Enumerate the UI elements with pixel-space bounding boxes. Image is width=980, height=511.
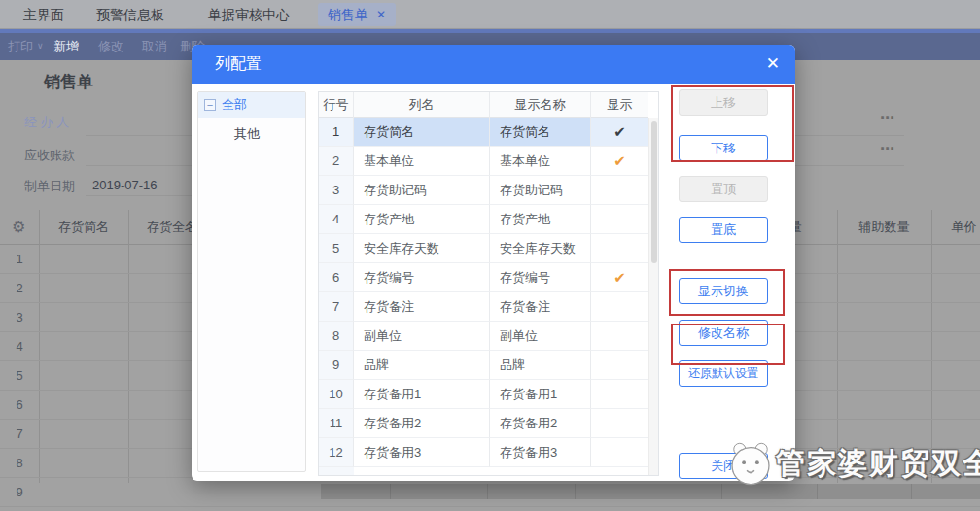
field-underline [795,165,904,166]
config-row[interactable]: 3 存货助记码 存货助记码 [319,176,648,205]
row-no: 5 [319,234,354,263]
display-name: 安全库存天数 [490,234,591,263]
category-tree: − 全部 其他 [197,91,306,472]
config-row[interactable]: 1 存货简名 存货简名 ✔ [319,118,648,147]
display-name: 存货备用1 [490,380,591,409]
row-number: 4 [0,332,39,361]
config-row[interactable]: 6 存货编号 存货编号 ✔ [319,263,648,292]
col-name: 副单位 [354,322,490,351]
col-header-aux-qty[interactable]: 辅助数量 [837,210,931,245]
field-label-handler: 经 办 人 [24,114,69,131]
tree-node-all-label: 全部 [222,92,247,118]
shown-check-icon[interactable]: ✔ [591,118,648,147]
col-header-unit-price[interactable]: 单价 [948,210,980,245]
toggle-display-button[interactable]: 显示切换 [679,278,768,304]
config-row[interactable]: 4 存货产地 存货产地 [319,205,648,234]
shown-check-cell[interactable] [591,409,648,438]
config-row[interactable]: 8 副单位 副单位 [319,322,648,351]
row-number: 9 [0,478,39,507]
cancel-button[interactable]: 取消 [142,33,167,60]
row-no: 8 [319,322,354,351]
display-name: 存货助记码 [490,176,591,205]
col-name: 基本单位 [354,147,490,176]
shown-check-cell[interactable] [591,292,648,322]
move-to-bottom-button[interactable]: 置底 [679,217,768,243]
config-row[interactable]: 5 安全库存天数 安全库存天数 [319,234,648,263]
display-name: 存货简名 [490,118,591,147]
config-row[interactable]: 11 存货备用2 存货备用2 [319,409,648,438]
col-name: 安全库存天数 [354,234,490,263]
config-row[interactable]: 9 品牌 品牌 [319,351,648,380]
col-name: 存货助记码 [354,176,490,205]
rename-button[interactable]: 修改名称 [679,320,768,346]
tab-sales-order[interactable]: 销售单 ✕ [318,3,396,26]
config-row[interactable]: 2 基本单位 基本单位 ✔ [319,147,648,176]
col-name: 存货产地 [354,205,490,234]
column-config-table: 行号 列名 显示名称 显示 1 存货简名 存货简名 ✔ 2 基本单位 基本单位 … [318,91,659,476]
move-down-button[interactable]: 下移 [679,135,768,161]
display-name: 存货编号 [490,263,591,292]
doc-date-value[interactable]: 2019-07-16 [92,178,158,192]
row-number: 7 [0,420,39,449]
horizontal-scrollbar[interactable] [321,484,980,499]
dialog-header[interactable]: 列配置 ✕ [192,45,795,84]
col-name: 存货简名 [354,118,490,147]
shown-check-cell[interactable] [591,438,648,467]
shown-check-cell[interactable] [591,234,648,263]
tab-close-icon[interactable]: ✕ [376,3,386,26]
col-header-display-name: 显示名称 [490,92,591,118]
print-dropdown-caret-icon[interactable]: ∨ [37,41,44,51]
row-number: 2 [0,274,39,303]
edit-button[interactable]: 修改 [98,33,123,60]
tab-main[interactable]: 主界面 [23,0,64,29]
col-name: 存货备用3 [354,438,490,467]
move-up-button[interactable]: 上移 [679,89,768,116]
shown-check-cell[interactable] [591,380,648,409]
col-header-item-short-name[interactable]: 存货简名 [39,210,128,245]
print-button[interactable]: 打印 [8,33,33,60]
field-underline [795,135,904,136]
move-to-top-button[interactable]: 置顶 [679,176,768,202]
display-name: 存货备用2 [490,409,591,438]
tree-node-all[interactable]: − 全部 [198,92,305,118]
page-title: 销售单 [44,71,93,93]
tab-bar: 主界面 预警信息板 单据审核中心 销售单 ✕ [0,0,980,29]
column-config-dialog: 列配置 ✕ − 全部 其他 行号 列名 显示名称 显示 1 存货简名 存货简名 … [192,45,795,481]
grid-settings-gear-icon[interactable]: ⚙ [12,210,25,245]
config-row[interactable]: 7 存货备注 存货备注 [319,292,648,322]
shown-check-cell[interactable] [591,322,648,351]
close-dialog-button[interactable]: 关闭 [679,453,768,479]
dialog-title: 列配置 [215,45,262,84]
add-button[interactable]: 新增 [53,33,79,60]
shown-check-icon[interactable]: ✔ [591,263,648,292]
row-number: 8 [0,449,39,478]
tab-audit-center[interactable]: 单据审核中心 [208,0,290,29]
vertical-scrollbar[interactable] [648,118,658,476]
shown-check-cell[interactable] [591,176,648,205]
scrollbar-thumb[interactable] [651,121,657,263]
config-table-header: 行号 列名 显示名称 显示 [319,92,648,118]
field-label-doc-date: 制单日期 [24,178,75,195]
lookup-ellipsis-button[interactable]: ⋯ [880,140,895,157]
row-no: 11 [319,409,354,438]
lookup-ellipsis-button[interactable]: ⋯ [880,109,895,126]
config-row[interactable]: 10 存货备用1 存货备用1 [319,380,648,409]
row-no: 12 [319,438,354,467]
dialog-close-icon[interactable]: ✕ [766,45,780,84]
field-label-receivable: 应收账款 [24,147,75,164]
display-name: 基本单位 [490,147,591,176]
col-header-row-no: 行号 [319,92,354,118]
tab-alert-board[interactable]: 预警信息板 [96,0,164,29]
col-name: 存货备用2 [354,409,490,438]
shown-check-icon[interactable]: ✔ [591,147,648,176]
shown-check-cell[interactable] [591,351,648,380]
tree-node-other[interactable]: 其他 [234,125,260,143]
row-number: 6 [0,391,39,420]
display-name: 存货产地 [490,205,591,234]
shown-check-cell[interactable] [591,205,648,234]
config-row[interactable]: 12 存货备用3 存货备用3 [319,438,648,467]
restore-default-button[interactable]: 还原默认设置 [679,360,768,387]
display-name: 存货备注 [490,292,591,322]
tree-collapse-icon[interactable]: − [204,99,216,111]
row-no: 10 [319,380,354,409]
